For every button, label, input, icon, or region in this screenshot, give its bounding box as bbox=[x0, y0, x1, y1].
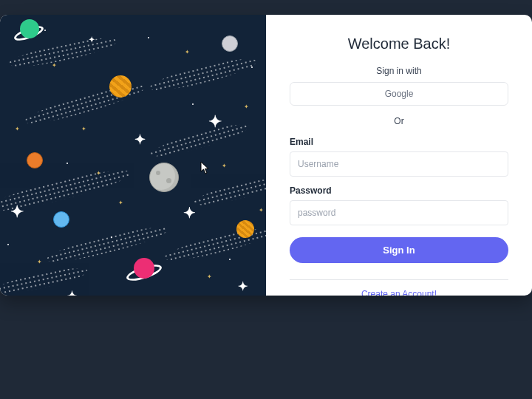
password-label: Password bbox=[290, 185, 508, 196]
password-input[interactable] bbox=[290, 200, 508, 225]
email-label: Email bbox=[290, 137, 508, 147]
divider bbox=[290, 279, 508, 280]
create-account-link[interactable]: Create an Account! bbox=[290, 289, 508, 296]
page-title: Welcome Back! bbox=[290, 35, 508, 52]
login-form: Welcome Back! Sign in with Google Or Ema… bbox=[266, 15, 532, 296]
signin-with-label: Sign in with bbox=[290, 66, 508, 76]
cursor-icon bbox=[200, 161, 211, 174]
google-oauth-button[interactable]: Google bbox=[290, 82, 508, 106]
signin-button[interactable]: Sign In bbox=[290, 237, 508, 263]
space-illustration: ✦ ✦ ✦ ✦ ✦ ✦ ✦ ✦ ✦ ✦ ✦ ✦ ✦ ✦ ✦ ✦ ✦ ✦ ✦ bbox=[0, 15, 266, 296]
email-input[interactable] bbox=[290, 151, 508, 177]
or-divider: Or bbox=[290, 116, 508, 126]
login-card: ✦ ✦ ✦ ✦ ✦ ✦ ✦ ✦ ✦ ✦ ✦ ✦ ✦ ✦ ✦ ✦ ✦ ✦ ✦ We… bbox=[0, 15, 532, 296]
